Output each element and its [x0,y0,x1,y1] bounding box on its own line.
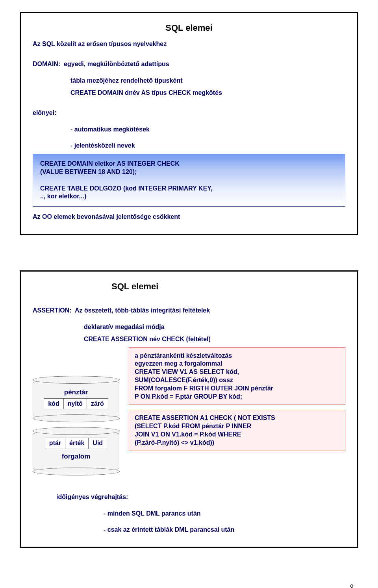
assertion-syntax: CREATE ASSERTION név CHECK (feltétel) [84,335,345,344]
db-forgalom-name: forgalom [36,452,116,461]
slide-2-content: SQL elemei ASSERTION: Az összetett, több… [21,272,357,547]
db-penztar: pénztár kód nyitó záró [33,379,119,427]
db-diagram-column: pénztár kód nyitó záró ptár érték [33,348,119,480]
create-domain-syntax: CREATE DOMAIN dnév AS típus CHECK megköt… [70,89,345,97]
db-penztar-col-2: nyitó [64,398,87,410]
slide-1: SQL elemei Az SQL közelít az erősen típu… [20,12,358,235]
execution-note-2: - csak az érintett táblák DML parancsai … [104,526,234,534]
slide-1-domain-block: DOMAIN: egyedi, megkülönböztető adattípu… [33,52,345,85]
db-penztar-cylinder: pénztár kód nyitó záró [33,379,119,420]
db-forgalom-col-1: ptár [45,438,65,449]
db-forgalom-columns: ptár érték Uid [36,438,116,449]
execution-block: időigényes végrehajtás: - minden SQL DML… [56,485,345,534]
advantages-block: előnyei: - automatikus megkötések - jele… [33,101,345,150]
domain-desc-1: egyedi, megkülönböztető adattípus [64,61,169,67]
domain-desc-2: tábla mezőjéhez rendelhető típusként [70,77,183,85]
db-forgalom-cylinder: ptár érték Uid forgalom [33,430,119,472]
slide-1-content: SQL elemei Az SQL közelít az erősen típu… [21,13,357,234]
db-forgalom: ptár érték Uid forgalom [33,430,119,479]
assertion-desc-2: deklaratív megadási módja [84,323,165,331]
assertion-desc-1: Az összetett, több-táblás integritási fe… [75,307,210,314]
db-penztar-columns: kód nyitó záró [36,398,116,410]
advantage-1: - automatikus megkötések [70,126,150,134]
slide-1-intro: Az SQL közelít az erősen típusos nyelvek… [33,40,345,48]
db-forgalom-col-2: érték [65,438,89,449]
code-box-domain: CREATE DOMAIN eletkor AS INTEGER CHECK (… [33,154,345,207]
advantage-2: - jelentésközeli nevek [70,142,135,150]
execution-note-1: - minden SQL DML parancs után [104,510,201,518]
slide-2-title: SQL elemei [111,281,345,292]
assertion-label: ASSERTION: [33,307,72,314]
advantages-label: előnyei: [33,109,56,116]
pink-box-column: a pénztárankénti készletváltozás egyezze… [129,348,345,451]
db-forgalom-col-3: Uid [89,438,107,449]
page-number: 9 [20,583,358,588]
assertion-block: ASSERTION: Az összetett, több-táblás int… [33,299,345,331]
db-penztar-col-3: záró [87,398,108,410]
slide-2: SQL elemei ASSERTION: Az összetett, több… [20,270,358,548]
pink-box-1: a pénztárankénti készletváltozás egyezze… [129,348,345,405]
execution-label: időigényes végrehajtás: [56,494,128,500]
slide-2-main-row: pénztár kód nyitó záró ptár érték [33,348,345,480]
slide-1-title: SQL elemei [33,22,345,34]
domain-label: DOMAIN: [33,61,60,67]
db-penztar-col-1: kód [44,398,63,410]
db-penztar-name: pénztár [36,388,116,397]
slide-1-footer-note: Az OO elemek bevonásával jelentősége csö… [33,213,345,221]
pink-box-2: CREATE ASSERTION A1 CHECK ( NOT EXISTS (… [129,410,345,451]
